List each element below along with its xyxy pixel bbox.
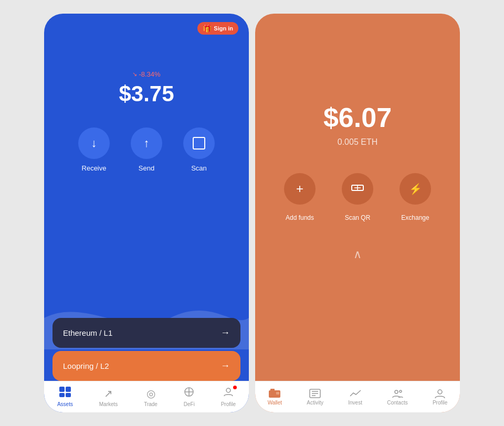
receive-button[interactable]: ↓ <box>78 127 110 159</box>
right-nav-invest[interactable]: Invest <box>348 389 362 406</box>
receive-icon: ↓ <box>91 136 97 150</box>
svg-rect-8 <box>270 389 275 391</box>
svg-rect-3 <box>66 393 71 397</box>
activity-nav-label: Activity <box>307 400 323 406</box>
scan-label: Scan <box>191 164 207 172</box>
svg-point-14 <box>395 390 398 393</box>
scan-group: Scan <box>183 127 215 172</box>
ethereum-arrow-icon: → <box>220 327 230 338</box>
sign-in-label: Sign in <box>214 25 233 31</box>
gift-icon: 🎁 <box>203 24 212 33</box>
ethereum-network-label: Ethereum / L1 <box>63 328 112 337</box>
right-bottom-navigation: Wallet Activity Invest Contac <box>255 381 460 412</box>
receive-label: Receive <box>82 164 107 172</box>
exchange-icon: ⚡ <box>409 183 422 195</box>
balance-display: $3.75 <box>119 81 174 106</box>
nav-profile[interactable]: Profile <box>221 387 236 407</box>
svg-rect-9 <box>276 392 279 395</box>
right-phone: $6.07 0.005 ETH + Add funds S <box>255 14 460 412</box>
send-button[interactable]: ↑ <box>131 127 162 159</box>
scan-qr-icon <box>351 183 364 196</box>
svg-point-15 <box>400 390 402 392</box>
add-funds-icon: + <box>296 182 303 196</box>
action-buttons-group: ↓ Receive ↑ Send Scan <box>78 127 215 172</box>
trade-icon: ◎ <box>146 387 155 400</box>
right-action-buttons: + Add funds Scan QR ⚡ <box>284 173 431 221</box>
sign-in-button[interactable]: 🎁 Sign in <box>197 22 238 35</box>
chevron-up-icon: ∧ <box>353 248 362 261</box>
contacts-nav-label: Contacts <box>387 400 407 406</box>
send-icon: ↑ <box>144 136 150 150</box>
right-nav-wallet[interactable]: Wallet <box>268 389 282 406</box>
svg-rect-1 <box>66 387 71 392</box>
nav-markets[interactable]: ↗ Markets <box>99 387 118 407</box>
svg-rect-2 <box>59 393 65 397</box>
wallet-nav-label: Wallet <box>268 400 282 406</box>
top-bar: 🎁 Sign in <box>44 14 249 39</box>
defi-nav-label: DeFi <box>184 401 195 407</box>
send-group: ↑ Send <box>131 127 162 172</box>
exchange-button[interactable]: ⚡ <box>400 173 431 205</box>
nav-assets[interactable]: Assets <box>57 387 73 407</box>
add-funds-button[interactable]: + <box>284 173 316 205</box>
bottom-navigation: Assets ↗ Markets ◎ Trade DeFi <box>44 381 249 412</box>
assets-icon <box>59 387 71 400</box>
right-nav-activity[interactable]: Activity <box>307 389 323 406</box>
ethereum-card[interactable]: Ethereum / L1 → <box>52 318 240 348</box>
defi-icon <box>184 387 194 400</box>
svg-rect-0 <box>59 387 65 392</box>
left-phone: 🎁 Sign in -8.34% $3.75 ↓ Receive ↑ Send <box>44 14 249 412</box>
price-change: -8.34% <box>132 70 160 78</box>
assets-nav-label: Assets <box>57 401 73 407</box>
add-funds-label: Add funds <box>286 214 314 221</box>
scan-qr-group: Scan QR <box>342 173 373 221</box>
profile-nav-label: Profile <box>221 401 236 407</box>
exchange-group: ⚡ Exchange <box>400 173 431 221</box>
profile-icon <box>223 387 234 400</box>
loopring-card[interactable]: Loopring / L2 → <box>52 351 240 381</box>
network-cards: Ethereum / L1 → Loopring / L2 → <box>52 318 240 381</box>
right-main-content: $6.07 0.005 ETH + Add funds S <box>255 14 460 381</box>
markets-nav-label: Markets <box>99 401 118 407</box>
profile-notification-dot <box>233 386 237 389</box>
loopring-arrow-icon: → <box>220 360 230 371</box>
exchange-label: Exchange <box>401 214 429 221</box>
nav-trade[interactable]: ◎ Trade <box>144 387 158 407</box>
loopring-network-label: Loopring / L2 <box>63 361 109 370</box>
svg-point-16 <box>438 390 442 394</box>
scan-icon <box>193 137 205 150</box>
right-profile-nav-label: Profile <box>433 400 447 406</box>
nav-defi[interactable]: DeFi <box>184 387 195 407</box>
receive-group: ↓ Receive <box>78 127 110 172</box>
send-label: Send <box>139 164 154 172</box>
svg-point-5 <box>226 388 230 392</box>
add-funds-group: + Add funds <box>284 173 316 221</box>
eth-balance-display: $6.07 <box>323 102 392 133</box>
invest-nav-label: Invest <box>348 400 362 406</box>
scan-qr-label: Scan QR <box>345 214 371 221</box>
right-nav-profile[interactable]: Profile <box>433 389 447 406</box>
eth-amount-display: 0.005 ETH <box>338 137 377 147</box>
scan-qr-button[interactable] <box>342 173 373 205</box>
scan-button[interactable] <box>183 127 215 159</box>
trade-nav-label: Trade <box>144 401 158 407</box>
right-nav-contacts[interactable]: Contacts <box>387 389 407 406</box>
markets-icon: ↗ <box>104 387 113 400</box>
